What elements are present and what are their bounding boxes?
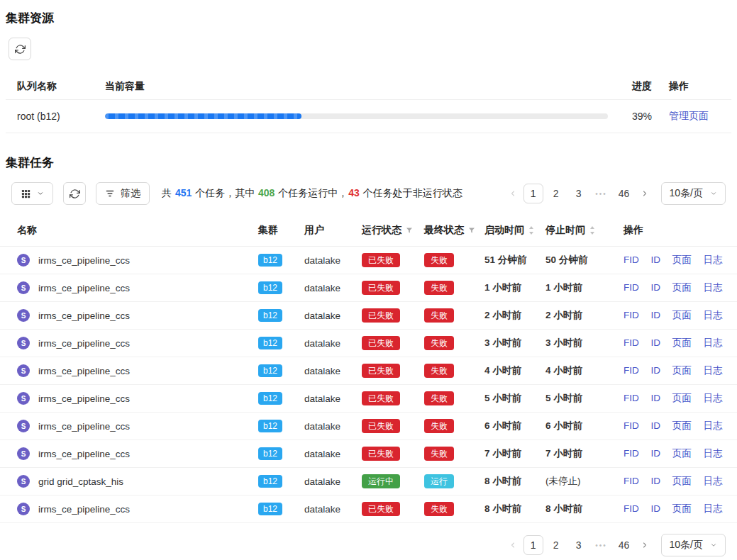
- task-user: datalake: [304, 504, 340, 515]
- task-avatar: S: [17, 364, 30, 377]
- log-link[interactable]: 日志: [704, 476, 723, 486]
- fid-link[interactable]: FID: [624, 476, 639, 486]
- sort-icon[interactable]: [589, 225, 596, 235]
- page-link[interactable]: 页面: [672, 503, 692, 514]
- id-link[interactable]: ID: [651, 503, 661, 514]
- filter-funnel-icon[interactable]: [405, 226, 414, 235]
- task-user: datalake: [304, 283, 340, 293]
- page-number[interactable]: 1: [523, 535, 543, 555]
- tasks-refresh-button[interactable]: [63, 182, 86, 205]
- page-link[interactable]: 页面: [672, 393, 692, 403]
- page-size-value: 10条/页: [670, 187, 703, 200]
- log-link[interactable]: 日志: [704, 393, 723, 403]
- fid-link[interactable]: FID: [624, 282, 639, 293]
- task-user: datalake: [304, 338, 340, 349]
- filter-funnel-icon[interactable]: [467, 226, 476, 235]
- log-link[interactable]: 日志: [704, 282, 723, 293]
- col-stop-time: 停止时间: [543, 215, 621, 247]
- fid-link[interactable]: FID: [624, 420, 639, 431]
- page-number[interactable]: 2: [546, 535, 566, 555]
- id-link[interactable]: ID: [651, 393, 661, 403]
- task-avatar: S: [17, 503, 30, 515]
- page-number[interactable]: 3: [569, 535, 589, 555]
- start-time: 6 小时前: [482, 413, 543, 440]
- sort-icon[interactable]: [528, 225, 535, 235]
- id-link[interactable]: ID: [651, 448, 661, 459]
- id-link[interactable]: ID: [651, 254, 661, 265]
- fid-link[interactable]: FID: [624, 448, 639, 459]
- log-link[interactable]: 日志: [704, 448, 723, 459]
- id-link[interactable]: ID: [651, 476, 661, 486]
- final-status-badge: 失败: [424, 336, 454, 350]
- final-status-badge: 失败: [424, 419, 454, 433]
- task-row: S irms_ce_pipeline_ccs b12 datalake 已失败 …: [0, 385, 737, 413]
- task-name: irms_ce_pipeline_ccs: [38, 393, 130, 404]
- page-size-select[interactable]: 10条/页: [661, 534, 726, 556]
- fid-link[interactable]: FID: [624, 310, 639, 320]
- chevron-left-icon: [509, 189, 517, 198]
- next-page-button[interactable]: [636, 184, 654, 203]
- next-page-button[interactable]: [636, 535, 654, 555]
- page-number[interactable]: 1: [523, 184, 543, 203]
- log-link[interactable]: 日志: [704, 310, 723, 320]
- fid-link[interactable]: FID: [624, 254, 639, 265]
- task-avatar: S: [17, 447, 30, 460]
- cluster-resources-section: 集群资源 队列名称 当前容量 进度 操作 root (b12) 39%: [0, 7, 737, 133]
- final-status-badge: 失败: [424, 253, 454, 267]
- fid-link[interactable]: FID: [624, 503, 639, 514]
- fid-link[interactable]: FID: [624, 337, 639, 348]
- stop-time: 7 小时前: [543, 440, 621, 468]
- summary-text: 个任务处于非运行状态: [360, 187, 462, 198]
- id-link[interactable]: ID: [651, 337, 661, 348]
- log-link[interactable]: 日志: [704, 420, 723, 431]
- id-link[interactable]: ID: [651, 310, 661, 320]
- chevron-down-icon: [37, 190, 44, 197]
- page-number[interactable]: 2: [546, 184, 566, 203]
- start-time: 5 小时前: [482, 385, 543, 413]
- manage-page-link[interactable]: 管理页面: [669, 110, 709, 121]
- page-link[interactable]: 页面: [672, 365, 692, 376]
- page-number[interactable]: 46: [614, 184, 634, 203]
- task-name: grid grid_cptask_his: [38, 476, 123, 487]
- cluster-badge: b12: [258, 337, 282, 349]
- page-number[interactable]: 46: [614, 535, 634, 555]
- page-size-select[interactable]: 10条/页: [661, 182, 726, 205]
- id-link[interactable]: ID: [651, 282, 661, 293]
- log-link[interactable]: 日志: [704, 254, 723, 265]
- fid-link[interactable]: FID: [624, 365, 639, 376]
- resources-table: 队列名称 当前容量 进度 操作 root (b12) 39% 管理页面: [6, 73, 731, 133]
- start-time: 2 小时前: [482, 302, 543, 330]
- page-number[interactable]: •••: [592, 184, 611, 203]
- page-number[interactable]: •••: [592, 535, 611, 555]
- log-link[interactable]: 日志: [704, 503, 723, 514]
- stop-time: 50 分钟前: [543, 247, 621, 274]
- prev-page-button[interactable]: [504, 535, 522, 555]
- col-name: 名称: [0, 215, 255, 247]
- task-avatar: S: [17, 254, 30, 267]
- page-link[interactable]: 页面: [672, 420, 692, 431]
- col-start-time: 启动时间: [482, 215, 543, 247]
- filter-button[interactable]: 筛选: [96, 182, 150, 205]
- chevron-left-icon: [509, 541, 517, 549]
- cluster-badge: b12: [258, 420, 282, 432]
- resources-refresh-button[interactable]: [9, 38, 31, 60]
- page-link[interactable]: 页面: [672, 282, 692, 293]
- page-link[interactable]: 页面: [672, 310, 692, 320]
- page-link[interactable]: 页面: [672, 448, 692, 459]
- page-link[interactable]: 页面: [672, 254, 692, 265]
- page-number[interactable]: 3: [569, 184, 589, 203]
- id-link[interactable]: ID: [651, 420, 661, 431]
- page-link[interactable]: 页面: [672, 476, 692, 486]
- tasks-title: 集群任务: [0, 152, 737, 171]
- log-link[interactable]: 日志: [704, 365, 723, 376]
- id-link[interactable]: ID: [651, 365, 661, 376]
- cluster-badge: b12: [258, 392, 282, 405]
- task-row: S irms_ce_pipeline_ccs b12 datalake 已失败 …: [0, 495, 737, 523]
- fid-link[interactable]: FID: [624, 393, 639, 403]
- final-status-badge: 失败: [424, 447, 454, 461]
- prev-page-button[interactable]: [504, 184, 522, 203]
- columns-dropdown-button[interactable]: [11, 182, 53, 205]
- start-time: 4 小时前: [482, 357, 543, 385]
- page-link[interactable]: 页面: [672, 337, 692, 348]
- log-link[interactable]: 日志: [704, 337, 723, 348]
